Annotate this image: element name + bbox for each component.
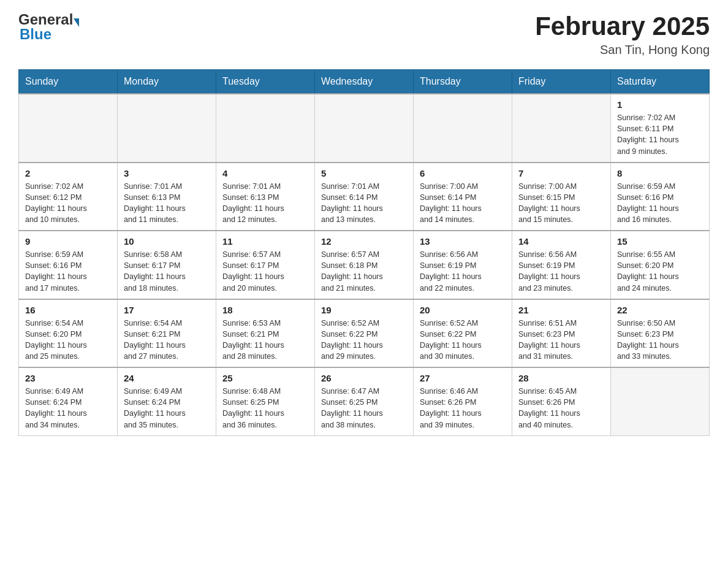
month-title: February 2025 (535, 12, 710, 40)
day-info: Sunrise: 6:56 AM Sunset: 6:19 PM Dayligh… (518, 249, 604, 294)
day-number: 14 (518, 236, 604, 247)
calendar-day-cell: 1Sunrise: 7:02 AM Sunset: 6:11 PM Daylig… (611, 94, 710, 163)
calendar-day-cell: 6Sunrise: 7:00 AM Sunset: 6:14 PM Daylig… (414, 163, 512, 231)
day-info: Sunrise: 6:58 AM Sunset: 6:17 PM Dayligh… (124, 249, 210, 294)
calendar-week-row: 9Sunrise: 6:59 AM Sunset: 6:16 PM Daylig… (19, 231, 710, 299)
calendar-day-cell (118, 94, 216, 163)
calendar-day-cell: 12Sunrise: 6:57 AM Sunset: 6:18 PM Dayli… (315, 231, 414, 299)
header-tuesday: Tuesday (216, 70, 315, 94)
day-number: 4 (222, 168, 308, 178)
calendar-day-cell: 13Sunrise: 6:56 AM Sunset: 6:19 PM Dayli… (414, 231, 512, 299)
day-info: Sunrise: 6:56 AM Sunset: 6:19 PM Dayligh… (420, 249, 506, 294)
calendar-day-cell (19, 94, 118, 163)
day-info: Sunrise: 6:52 AM Sunset: 6:22 PM Dayligh… (420, 318, 506, 362)
calendar-day-cell: 8Sunrise: 6:59 AM Sunset: 6:16 PM Daylig… (611, 163, 710, 231)
calendar-day-cell: 3Sunrise: 7:01 AM Sunset: 6:13 PM Daylig… (118, 163, 216, 231)
logo-general-text: General (18, 12, 73, 27)
calendar-day-cell: 16Sunrise: 6:54 AM Sunset: 6:20 PM Dayli… (19, 299, 118, 368)
day-info: Sunrise: 6:46 AM Sunset: 6:26 PM Dayligh… (420, 386, 506, 431)
calendar-day-cell (315, 94, 414, 163)
day-info: Sunrise: 6:45 AM Sunset: 6:26 PM Dayligh… (518, 386, 604, 431)
day-info: Sunrise: 6:54 AM Sunset: 6:21 PM Dayligh… (124, 318, 210, 362)
day-info: Sunrise: 6:49 AM Sunset: 6:24 PM Dayligh… (25, 386, 111, 431)
calendar-day-cell: 14Sunrise: 6:56 AM Sunset: 6:19 PM Dayli… (512, 231, 611, 299)
day-info: Sunrise: 6:54 AM Sunset: 6:20 PM Dayligh… (25, 318, 111, 362)
calendar-day-cell: 4Sunrise: 7:01 AM Sunset: 6:13 PM Daylig… (216, 163, 315, 231)
day-number: 12 (321, 236, 407, 247)
day-info: Sunrise: 7:00 AM Sunset: 6:15 PM Dayligh… (518, 181, 604, 226)
calendar-day-cell (216, 94, 315, 163)
calendar-day-cell: 24Sunrise: 6:49 AM Sunset: 6:24 PM Dayli… (118, 367, 216, 435)
calendar-day-cell: 17Sunrise: 6:54 AM Sunset: 6:21 PM Dayli… (118, 299, 216, 368)
header-sunday: Sunday (19, 70, 118, 94)
calendar-day-cell: 11Sunrise: 6:57 AM Sunset: 6:17 PM Dayli… (216, 231, 315, 299)
day-info: Sunrise: 7:01 AM Sunset: 6:13 PM Dayligh… (124, 181, 210, 226)
calendar-day-cell: 9Sunrise: 6:59 AM Sunset: 6:16 PM Daylig… (19, 231, 118, 299)
day-info: Sunrise: 6:52 AM Sunset: 6:22 PM Dayligh… (321, 318, 407, 362)
day-number: 10 (124, 236, 210, 247)
header-saturday: Saturday (611, 70, 710, 94)
calendar-day-cell: 22Sunrise: 6:50 AM Sunset: 6:23 PM Dayli… (611, 299, 710, 368)
day-info: Sunrise: 6:57 AM Sunset: 6:17 PM Dayligh… (222, 249, 308, 294)
calendar-day-cell: 18Sunrise: 6:53 AM Sunset: 6:21 PM Dayli… (216, 299, 315, 368)
calendar-day-cell: 28Sunrise: 6:45 AM Sunset: 6:26 PM Dayli… (512, 367, 611, 435)
calendar-day-cell: 26Sunrise: 6:47 AM Sunset: 6:25 PM Dayli… (315, 367, 414, 435)
calendar-day-cell: 15Sunrise: 6:55 AM Sunset: 6:20 PM Dayli… (611, 231, 710, 299)
day-number: 3 (124, 168, 210, 178)
day-number: 7 (518, 168, 604, 178)
day-number: 9 (25, 236, 111, 247)
calendar-day-cell: 20Sunrise: 6:52 AM Sunset: 6:22 PM Dayli… (414, 299, 512, 368)
calendar-day-cell: 27Sunrise: 6:46 AM Sunset: 6:26 PM Dayli… (414, 367, 512, 435)
day-number: 26 (321, 373, 407, 383)
page-header: General Blue February 2025 San Tin, Hong… (18, 12, 710, 57)
day-number: 18 (222, 305, 308, 315)
day-number: 2 (25, 168, 111, 178)
calendar-day-cell (414, 94, 512, 163)
day-info: Sunrise: 7:00 AM Sunset: 6:14 PM Dayligh… (420, 181, 506, 226)
day-number: 23 (25, 373, 111, 383)
header-friday: Friday (512, 70, 611, 94)
logo-blue-text: Blue (18, 27, 51, 42)
day-info: Sunrise: 6:53 AM Sunset: 6:21 PM Dayligh… (222, 318, 308, 362)
day-number: 28 (518, 373, 604, 383)
day-number: 19 (321, 305, 407, 315)
day-info: Sunrise: 6:57 AM Sunset: 6:18 PM Dayligh… (321, 249, 407, 294)
title-block: February 2025 San Tin, Hong Kong (535, 12, 710, 57)
day-number: 1 (617, 99, 703, 110)
day-number: 17 (124, 305, 210, 315)
day-info: Sunrise: 7:01 AM Sunset: 6:14 PM Dayligh… (321, 181, 407, 226)
logo: General Blue (18, 12, 79, 42)
header-thursday: Thursday (414, 70, 512, 94)
calendar-day-cell: 5Sunrise: 7:01 AM Sunset: 6:14 PM Daylig… (315, 163, 414, 231)
day-number: 16 (25, 305, 111, 315)
calendar-day-cell: 10Sunrise: 6:58 AM Sunset: 6:17 PM Dayli… (118, 231, 216, 299)
day-number: 25 (222, 373, 308, 383)
day-info: Sunrise: 7:01 AM Sunset: 6:13 PM Dayligh… (222, 181, 308, 226)
calendar-day-cell: 19Sunrise: 6:52 AM Sunset: 6:22 PM Dayli… (315, 299, 414, 368)
day-info: Sunrise: 6:55 AM Sunset: 6:20 PM Dayligh… (617, 249, 703, 294)
day-info: Sunrise: 6:59 AM Sunset: 6:16 PM Dayligh… (617, 181, 703, 226)
location: San Tin, Hong Kong (535, 43, 710, 57)
calendar-week-row: 1Sunrise: 7:02 AM Sunset: 6:11 PM Daylig… (19, 94, 710, 163)
calendar-week-row: 16Sunrise: 6:54 AM Sunset: 6:20 PM Dayli… (19, 299, 710, 368)
day-number: 20 (420, 305, 506, 315)
calendar-day-cell: 7Sunrise: 7:00 AM Sunset: 6:15 PM Daylig… (512, 163, 611, 231)
calendar-day-cell (611, 367, 710, 435)
day-number: 27 (420, 373, 506, 383)
logo-arrow-icon (74, 18, 79, 27)
calendar-table: Sunday Monday Tuesday Wednesday Thursday… (18, 69, 710, 436)
day-number: 15 (617, 236, 703, 247)
day-info: Sunrise: 6:49 AM Sunset: 6:24 PM Dayligh… (124, 386, 210, 431)
day-number: 5 (321, 168, 407, 178)
calendar-day-cell: 21Sunrise: 6:51 AM Sunset: 6:23 PM Dayli… (512, 299, 611, 368)
calendar-day-cell: 25Sunrise: 6:48 AM Sunset: 6:25 PM Dayli… (216, 367, 315, 435)
day-info: Sunrise: 7:02 AM Sunset: 6:11 PM Dayligh… (617, 112, 703, 157)
weekday-header-row: Sunday Monday Tuesday Wednesday Thursday… (19, 70, 710, 94)
day-info: Sunrise: 6:51 AM Sunset: 6:23 PM Dayligh… (518, 318, 604, 362)
day-number: 22 (617, 305, 703, 315)
day-info: Sunrise: 7:02 AM Sunset: 6:12 PM Dayligh… (25, 181, 111, 226)
day-info: Sunrise: 6:50 AM Sunset: 6:23 PM Dayligh… (617, 318, 703, 362)
day-number: 11 (222, 236, 308, 247)
day-info: Sunrise: 6:48 AM Sunset: 6:25 PM Dayligh… (222, 386, 308, 431)
day-info: Sunrise: 6:59 AM Sunset: 6:16 PM Dayligh… (25, 249, 111, 294)
